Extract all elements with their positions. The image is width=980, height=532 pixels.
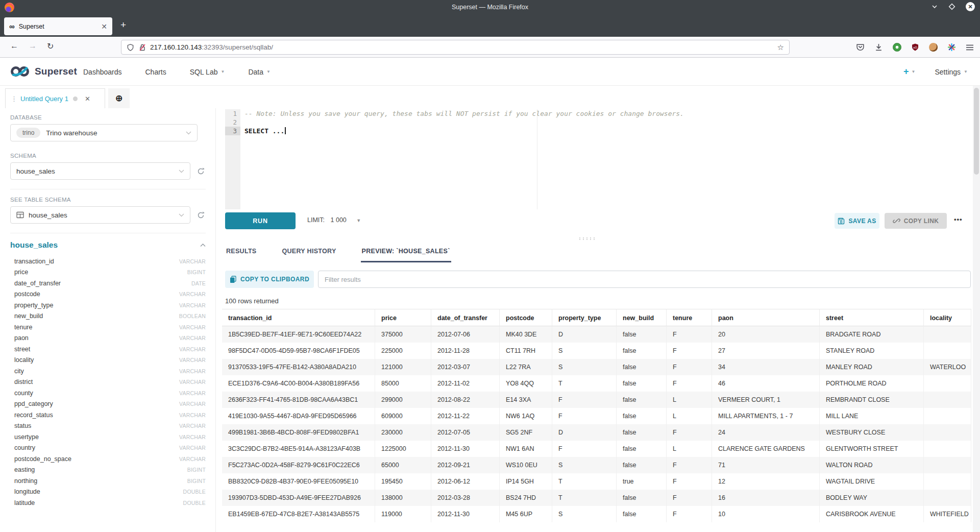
tab-query-history[interactable]: QUERY HISTORY xyxy=(281,242,337,262)
column-type: VARCHAR xyxy=(179,401,206,407)
table-cell: 3C3C29DC-B7B2-4BE5-914A-A38123AF403B xyxy=(222,441,375,457)
forward-icon[interactable]: → xyxy=(29,41,37,51)
table-cell: BODLEY WAY xyxy=(820,490,924,506)
superset-header: Superset Dashboards Charts SQL Lab▼ Data… xyxy=(0,58,980,86)
pocket-icon[interactable] xyxy=(856,43,865,52)
column-header[interactable]: new_build xyxy=(617,309,667,326)
browser-tabstrip: ∞ Superset ✕ + xyxy=(0,15,980,37)
collapse-chevron-icon[interactable] xyxy=(200,244,206,247)
column-header[interactable]: transaction_id xyxy=(222,309,375,326)
superset-brand[interactable]: Superset xyxy=(9,64,77,79)
column-header[interactable]: street xyxy=(820,309,924,326)
table-cell: T xyxy=(552,473,617,490)
table-cell: 299000 xyxy=(375,392,431,408)
table-cell: T xyxy=(552,375,617,392)
table-cell: CARISBROOK AVENUE xyxy=(820,506,924,522)
refresh-table-icon[interactable] xyxy=(197,211,205,220)
table-cell: 24 xyxy=(712,424,820,441)
column-header[interactable]: locality xyxy=(924,309,971,326)
tab-preview-house-sales[interactable]: PREVIEW: `HOUSE_SALES` xyxy=(361,242,451,262)
nav-data[interactable]: Data▼ xyxy=(248,68,271,76)
column-header[interactable]: price xyxy=(375,309,431,326)
multicolor-extension-icon[interactable] xyxy=(947,43,956,52)
ublock-extension-icon[interactable]: uO xyxy=(911,43,919,52)
column-header[interactable]: postcode xyxy=(500,309,552,326)
column-header[interactable]: date_of_transfer xyxy=(431,309,500,326)
column-header[interactable]: property_type xyxy=(552,309,617,326)
column-name: new_build xyxy=(14,312,43,320)
run-button[interactable]: RUN xyxy=(225,212,296,229)
column-name: property_type xyxy=(14,302,53,309)
column-type: VARCHAR xyxy=(179,390,206,396)
table-cell: F xyxy=(667,343,712,359)
column-type: VARCHAR xyxy=(179,445,206,451)
url-bar[interactable]: 217.160.120.143:32393/superset/sqllab/ ☆ xyxy=(121,40,790,55)
copy-to-clipboard-button[interactable]: COPY TO CLIPBOARD xyxy=(225,271,314,288)
tab-close-icon[interactable]: ✕ xyxy=(101,22,107,31)
pane-splitter[interactable] xyxy=(216,235,980,242)
table-cell: 1225000 xyxy=(375,441,431,457)
window-close-icon[interactable]: ✕ xyxy=(966,2,975,11)
cookie-extension-icon[interactable] xyxy=(929,43,938,52)
scrollbar-thumb[interactable] xyxy=(974,88,979,175)
nav-dashboards[interactable]: Dashboards xyxy=(83,68,122,76)
table-cell xyxy=(924,441,971,457)
reload-icon[interactable]: ↻ xyxy=(47,41,54,51)
copy-icon xyxy=(230,276,236,283)
table-cell: GLENTWORTH STREET xyxy=(820,441,924,457)
table-cell: 193907D3-5DBD-453D-A49E-9FEE27DAB926 xyxy=(222,490,375,506)
browser-tab[interactable]: ∞ Superset ✕ xyxy=(4,17,112,35)
column-name: latitude xyxy=(14,499,35,506)
sql-editor[interactable]: 1 2 3 -- Note: Unless you save your quer… xyxy=(225,109,971,209)
nav-charts[interactable]: Charts xyxy=(145,68,166,76)
tab-results[interactable]: RESULTS xyxy=(225,242,258,262)
table-cell: F xyxy=(667,359,712,375)
query-tab-label: Untitled Query 1 xyxy=(20,95,68,103)
brand-name: Superset xyxy=(35,66,77,77)
limit-label: LIMIT: xyxy=(307,216,325,224)
table-cell: 10 xyxy=(712,506,820,522)
schema-column-row: easting BIGINT xyxy=(10,465,206,476)
schema-column-row: tenure VARCHAR xyxy=(10,322,206,333)
add-query-tab-button[interactable]: ⊕ xyxy=(108,88,130,108)
insecure-lock-icon[interactable] xyxy=(139,43,146,52)
column-name: locality xyxy=(14,356,34,364)
schema-select[interactable]: house_sales xyxy=(10,162,190,180)
schema-column-row: new_build BOOLEAN xyxy=(10,311,206,322)
database-select[interactable]: trino Trino warehouse xyxy=(10,124,198,141)
limit-dropdown[interactable]: LIMIT: 1 000 ▼ xyxy=(307,216,361,224)
table-select[interactable]: house_sales xyxy=(10,206,190,224)
drag-handle-icon[interactable]: ⋮ xyxy=(11,95,17,103)
line-number: 1 xyxy=(225,109,240,118)
line-number: 2 xyxy=(225,118,240,127)
splitter-grip-icon[interactable] xyxy=(578,237,596,240)
copy-link-button[interactable]: COPY LINK xyxy=(885,213,947,229)
column-header[interactable]: paon xyxy=(712,309,820,326)
window-maximize-icon[interactable] xyxy=(948,3,955,10)
column-type: VARCHAR xyxy=(179,346,206,352)
menu-hamburger-icon[interactable] xyxy=(966,44,974,51)
table-cell: BRADGATE ROAD xyxy=(820,326,924,343)
table-cell: false xyxy=(617,326,667,343)
refresh-schema-icon[interactable] xyxy=(197,167,205,176)
nav-sql-lab[interactable]: SQL Lab▼ xyxy=(190,68,225,76)
settings-menu[interactable]: Settings▼ xyxy=(935,68,968,76)
query-tab-close-icon[interactable]: ✕ xyxy=(85,95,90,103)
schema-column-row: longitude DOUBLE xyxy=(10,487,206,498)
bookmark-star-icon[interactable]: ☆ xyxy=(777,43,784,52)
table-cell: S xyxy=(552,506,617,522)
more-options-button[interactable]: ••• xyxy=(954,215,963,223)
save-as-button[interactable]: SAVE AS xyxy=(835,213,879,229)
sql-comment-line: -- Note: Unless you save your query, the… xyxy=(244,109,684,118)
downloads-icon[interactable] xyxy=(874,43,883,52)
back-icon[interactable]: ← xyxy=(10,41,18,51)
new-item-button[interactable]: +▼ xyxy=(903,66,915,77)
table-schema-heading[interactable]: house_sales xyxy=(10,240,58,250)
window-minimize-icon[interactable] xyxy=(931,3,938,10)
extension-privacy-icon[interactable] xyxy=(893,43,901,52)
new-tab-icon[interactable]: + xyxy=(120,19,126,31)
shield-icon[interactable] xyxy=(127,43,134,52)
filter-results-input[interactable] xyxy=(318,271,971,288)
column-header[interactable]: tenure xyxy=(667,309,712,326)
query-tab-active[interactable]: ⋮ Untitled Query 1 ✕ xyxy=(5,88,105,108)
